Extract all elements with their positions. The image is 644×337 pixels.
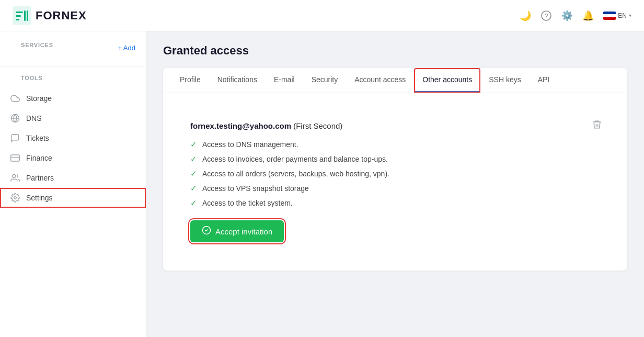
check-icon-0: ✓ — [190, 140, 197, 149]
access-item-1: ✓ Access to invoices, order payments and… — [190, 154, 600, 164]
flag-icon — [603, 12, 616, 20]
add-service-button[interactable]: + Add — [118, 43, 135, 53]
svg-point-13 — [14, 197, 17, 199]
svg-rect-1 — [16, 12, 23, 13]
sidebar-item-partners-label: Partners — [26, 174, 54, 182]
bell-icon[interactable]: 🔔 — [582, 10, 594, 21]
access-item-0: ✓ Access to DNS management. — [190, 140, 600, 149]
help-icon[interactable]: ? — [540, 10, 552, 21]
access-item-2: ✓ Access to all orders (servers, backups… — [190, 169, 600, 178]
delete-access-button[interactable] — [592, 119, 602, 130]
services-label: SERVICES — [10, 42, 64, 53]
account-email-address: fornex.testing@yahoo.com — [190, 121, 291, 130]
language-selector[interactable]: EN ▾ — [603, 12, 631, 20]
access-item-label-0: Access to DNS management. — [202, 140, 298, 149]
sidebar-services-header: SERVICES + Add — [0, 42, 146, 60]
account-email: fornex.testing@yahoo.com (First Second) — [190, 121, 600, 130]
account-card: fornex.testing@yahoo.com (First Second) … — [176, 109, 615, 255]
logo-icon — [13, 6, 31, 25]
gear-icon[interactable]: ⚙️ — [561, 10, 573, 21]
main-content: Granted access Profile Notifications E-m… — [146, 31, 644, 337]
tools-label: TOOLS — [10, 75, 53, 86]
lang-text: EN — [618, 12, 627, 19]
globe-icon — [10, 114, 20, 123]
sidebar-item-finance[interactable]: Finance — [0, 148, 146, 168]
tab-profile[interactable]: Profile — [171, 68, 209, 93]
access-item-label-1: Access to invoices, order payments and b… — [202, 155, 388, 163]
tab-account-access[interactable]: Account access — [346, 68, 414, 93]
sidebar-item-finance-label: Finance — [26, 154, 52, 162]
sidebar-item-settings-label: Settings — [26, 194, 53, 202]
access-item-label-4: Access to the ticket system. — [202, 199, 293, 207]
accept-invitation-button[interactable]: Accept invitation — [190, 220, 284, 242]
tabs-container: Profile Notifications E-mail Security Ac… — [163, 68, 627, 271]
layout: SERVICES + Add TOOLS Storage DNS Tickets — [0, 31, 644, 337]
sidebar-item-dns[interactable]: DNS — [0, 108, 146, 128]
tab-email[interactable]: E-mail — [266, 68, 303, 93]
settings-gear-icon — [10, 193, 20, 203]
check-icon-3: ✓ — [190, 184, 197, 193]
svg-rect-4 — [24, 10, 26, 21]
page-title: Granted access — [163, 44, 627, 58]
tab-security[interactable]: Security — [303, 68, 347, 93]
chat-icon — [10, 133, 20, 143]
sidebar-item-tickets[interactable]: Tickets — [0, 128, 146, 148]
accept-icon — [202, 226, 211, 237]
sidebar-item-dns-label: DNS — [26, 114, 42, 122]
sidebar-item-partners[interactable]: Partners — [0, 168, 146, 188]
moon-icon[interactable]: 🌙 — [520, 10, 531, 21]
svg-rect-0 — [13, 6, 31, 25]
cloud-icon — [10, 94, 20, 103]
tabs-bar: Profile Notifications E-mail Security Ac… — [163, 68, 627, 93]
check-icon-1: ✓ — [190, 154, 197, 164]
svg-rect-10 — [11, 155, 20, 161]
tab-notifications[interactable]: Notifications — [209, 68, 266, 93]
tab-api[interactable]: API — [530, 68, 558, 93]
access-list: ✓ Access to DNS management. ✓ Access to … — [190, 140, 600, 208]
logo-text: FORNEX — [36, 9, 87, 23]
svg-point-12 — [13, 174, 16, 177]
tab-ssh-keys[interactable]: SSH keys — [480, 68, 529, 93]
sidebar: SERVICES + Add TOOLS Storage DNS Tickets — [0, 31, 146, 337]
check-icon-2: ✓ — [190, 169, 197, 178]
access-item-3: ✓ Access to VPS snapshot storage — [190, 184, 600, 193]
svg-rect-2 — [16, 15, 21, 17]
header: FORNEX 🌙 ? ⚙️ 🔔 EN ▾ — [0, 0, 644, 31]
sidebar-item-storage[interactable]: Storage — [0, 88, 146, 108]
sidebar-divider-1 — [0, 66, 146, 66]
chevron-down-icon: ▾ — [629, 13, 631, 18]
tab-other-accounts[interactable]: Other accounts — [414, 68, 480, 93]
check-icon-4: ✓ — [190, 198, 197, 208]
access-item-4: ✓ Access to the ticket system. — [190, 198, 600, 208]
card-icon — [10, 153, 20, 163]
svg-rect-3 — [16, 19, 19, 20]
access-item-label-3: Access to VPS snapshot storage — [202, 184, 309, 193]
accept-button-label: Accept invitation — [215, 227, 272, 236]
logo[interactable]: FORNEX — [13, 6, 87, 25]
sidebar-item-tickets-label: Tickets — [26, 134, 49, 142]
trash-icon — [592, 119, 602, 130]
header-icons: 🌙 ? ⚙️ 🔔 EN ▾ — [520, 10, 631, 21]
svg-text:?: ? — [545, 13, 548, 20]
people-icon — [10, 173, 20, 183]
svg-rect-5 — [27, 10, 28, 21]
tab-content-other-accounts: fornex.testing@yahoo.com (First Second) … — [163, 93, 627, 271]
sidebar-item-settings[interactable]: Settings — [0, 188, 146, 208]
access-item-label-2: Access to all orders (servers, backups, … — [202, 170, 389, 178]
account-name: (First Second) — [293, 121, 342, 130]
sidebar-item-storage-label: Storage — [26, 94, 52, 103]
